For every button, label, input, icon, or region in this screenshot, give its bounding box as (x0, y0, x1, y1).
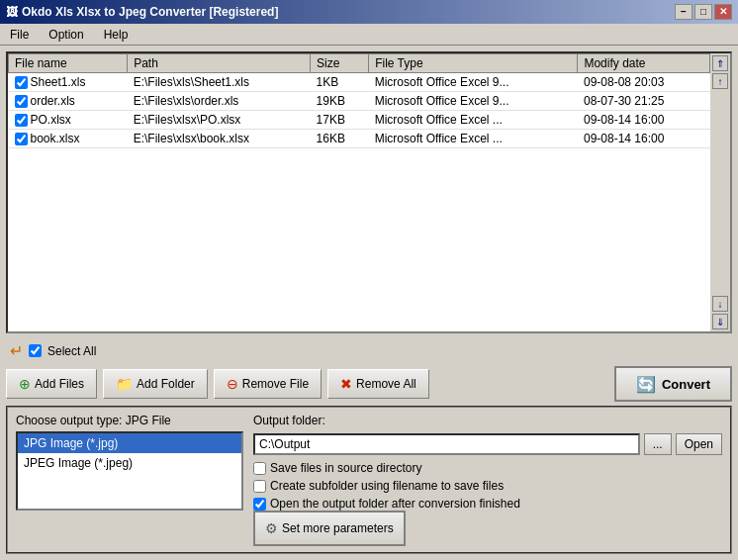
col-filename: File name (9, 54, 128, 73)
remove-file-label: Remove File (242, 377, 309, 391)
cell-size: 1KB (311, 73, 369, 92)
cell-path: E:\Files\xlsx\PO.xlsx (128, 111, 311, 130)
back-icon: ↵ (10, 341, 23, 360)
convert-icon: 🔄 (636, 375, 656, 394)
row-checkbox-2[interactable] (15, 114, 28, 127)
window-controls: − □ ✕ (675, 4, 732, 20)
cell-modified: 09-08-14 16:00 (578, 111, 710, 130)
add-files-icon: ⊕ (19, 376, 31, 392)
open-folder-button[interactable]: Open (676, 433, 722, 455)
gear-icon: ⚙ (265, 520, 278, 536)
convert-label: Convert (662, 377, 710, 392)
menu-help[interactable]: Help (98, 26, 135, 44)
set-more-params-label: Set more parameters (282, 521, 394, 535)
scroll-down-button[interactable]: ↓ (712, 296, 728, 312)
remove-file-button[interactable]: ⊖ Remove File (214, 369, 322, 399)
cell-type: Microsoft Office Excel ... (369, 130, 578, 148)
filename-text: Sheet1.xls (31, 75, 86, 89)
add-folder-button[interactable]: 📁 Add Folder (103, 369, 208, 399)
cell-modified: 09-08-14 16:00 (578, 130, 710, 148)
create-subfolder-checkbox[interactable] (253, 480, 266, 493)
output-type-section: Choose output type: JPG File JPG Image (… (16, 414, 243, 546)
file-list-panel: File name Path Size File Type Modify dat… (6, 51, 732, 333)
format-list: JPG Image (*.jpg)JPEG Image (*.jpeg) (16, 431, 243, 511)
cell-modified: 08-07-30 21:25 (578, 92, 710, 111)
cell-size: 17KB (311, 111, 369, 130)
select-all-row: ↵ Select All (6, 337, 732, 362)
minimize-button[interactable]: − (675, 4, 692, 20)
save-in-source-row: Save files in source directory (253, 461, 722, 475)
table-row: book.xlsx E:\Files\xlsx\book.xlsx 16KB M… (9, 130, 710, 148)
cell-size: 16KB (311, 130, 369, 148)
remove-all-label: Remove All (356, 377, 416, 391)
close-button[interactable]: ✕ (714, 4, 732, 20)
cell-path: E:\Files\xls\Sheet1.xls (128, 73, 311, 92)
col-filetype: File Type (369, 54, 578, 73)
title-bar-left: 🖼 Okdo Xls Xlsx to Jpeg Converter [Regis… (6, 5, 278, 19)
filename-text: PO.xlsx (31, 113, 71, 127)
add-folder-icon: 📁 (116, 376, 133, 392)
app-title: Okdo Xls Xlsx to Jpeg Converter [Registe… (22, 5, 278, 19)
format-item[interactable]: JPEG Image (*.jpeg) (18, 453, 241, 473)
file-table: File name Path Size File Type Modify dat… (8, 53, 710, 148)
app-icon: 🖼 (6, 5, 18, 19)
cell-type: Microsoft Office Excel ... (369, 111, 578, 130)
folder-row: ... Open (253, 433, 722, 455)
options-col: Save files in source directory Create su… (253, 461, 722, 511)
col-path: Path (128, 54, 311, 73)
menu-bar: File Option Help (0, 24, 738, 46)
scroll-arrows: ⇑ ↑ ↓ ⇓ (710, 53, 730, 331)
browse-button[interactable]: ... (644, 433, 672, 455)
remove-all-icon: ✖ (340, 376, 352, 392)
add-files-label: Add Files (35, 377, 84, 391)
scroll-bottom-button[interactable]: ⇓ (712, 314, 728, 329)
scroll-up-button[interactable]: ↑ (712, 73, 728, 89)
cell-size: 19KB (311, 92, 369, 111)
cell-path: E:\Files\xls\order.xls (128, 92, 311, 111)
cell-path: E:\Files\xlsx\book.xlsx (128, 130, 311, 148)
cell-type: Microsoft Office Excel 9... (369, 73, 578, 92)
col-modifydate: Modify date (578, 54, 710, 73)
format-item[interactable]: JPG Image (*.jpg) (18, 433, 241, 453)
save-in-source-label: Save files in source directory (270, 461, 421, 475)
add-files-button[interactable]: ⊕ Add Files (6, 369, 97, 399)
row-checkbox-3[interactable] (15, 133, 28, 145)
output-folder-section: Output folder: ... Open Save files in so… (253, 414, 722, 511)
menu-file[interactable]: File (4, 26, 35, 44)
create-subfolder-label: Create subfolder using filename to save … (270, 479, 504, 493)
table-row: order.xls E:\Files\xls\order.xls 19KB Mi… (9, 92, 710, 111)
cell-filename: book.xlsx (9, 130, 128, 148)
select-all-checkbox[interactable] (29, 344, 42, 357)
row-checkbox-1[interactable] (15, 95, 28, 108)
open-after-conversion-row: Open the output folder after conversion … (253, 497, 722, 511)
output-folder-label: Output folder: (253, 414, 722, 427)
convert-button[interactable]: 🔄 Convert (614, 366, 732, 402)
create-subfolder-row: Create subfolder using filename to save … (253, 479, 722, 493)
select-all-label[interactable]: Select All (47, 344, 96, 358)
filename-text: order.xls (31, 94, 75, 108)
open-after-label: Open the output folder after conversion … (270, 497, 520, 511)
save-in-source-checkbox[interactable] (253, 462, 266, 475)
title-bar: 🖼 Okdo Xls Xlsx to Jpeg Converter [Regis… (0, 0, 738, 24)
set-more-params-button[interactable]: ⚙ Set more parameters (253, 511, 406, 546)
col-size: Size (311, 54, 369, 73)
output-type-value: JPG File (126, 414, 171, 427)
table-row: Sheet1.xls E:\Files\xls\Sheet1.xls 1KB M… (9, 73, 710, 92)
row-checkbox-0[interactable] (15, 76, 28, 89)
options-and-params: Output folder: ... Open Save files in so… (253, 414, 722, 546)
cell-filename: Sheet1.xls (9, 73, 128, 92)
output-type-label: Choose output type: JPG File (16, 414, 243, 427)
menu-option[interactable]: Option (43, 26, 89, 44)
output-path-input[interactable] (253, 433, 640, 455)
filename-text: book.xlsx (31, 132, 80, 145)
file-list-scroll[interactable]: File name Path Size File Type Modify dat… (8, 53, 710, 331)
bottom-panel: Choose output type: JPG File JPG Image (… (6, 406, 732, 554)
remove-all-button[interactable]: ✖ Remove All (327, 369, 429, 399)
maximize-button[interactable]: □ (694, 4, 712, 20)
add-folder-label: Add Folder (137, 377, 195, 391)
button-row: ⊕ Add Files 📁 Add Folder ⊖ Remove File ✖… (6, 366, 732, 402)
cell-modified: 09-08-08 20:03 (578, 73, 710, 92)
open-after-checkbox[interactable] (253, 498, 266, 511)
scroll-top-button[interactable]: ⇑ (712, 55, 728, 71)
cell-filename: PO.xlsx (9, 111, 128, 130)
